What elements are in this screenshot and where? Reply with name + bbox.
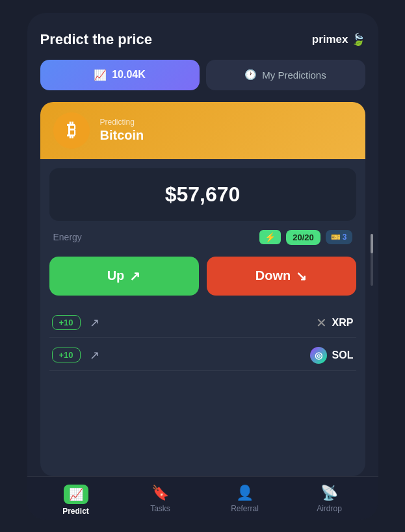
predict-nav-label: Predict [62,507,89,516]
xrp-coin-name: XRP [332,317,354,329]
nav-item-tasks[interactable]: 🔖 Tasks [118,485,203,513]
energy-row: Energy ⚡ 20/20 🎫 3 [40,221,365,254]
bottom-nav: 📈 Predict 🔖 Tasks 👤 Referral 📡 Airdrop [27,476,378,520]
list-section: +10 ↗ ✕ XRP +10 ↗ ◎ SOL [40,306,365,377]
up-button[interactable]: Up ↗ [49,257,199,296]
tasks-nav-icon: 🔖 [151,485,169,501]
airdrop-nav-icon: 📡 [320,485,338,501]
logo: primex 🍃 [312,32,365,47]
my-predictions-tab-button[interactable]: 🕐 My Predictions [206,60,365,90]
logo-text: primex [312,33,348,46]
down-label: Down [255,268,291,283]
predict-nav-icon: 📈 [64,485,88,504]
xrp-coin-icon: ✕ [316,315,327,331]
page-title: Predict the price [40,31,152,48]
score-value: 10.04K [112,69,146,81]
down-arrow-icon: ↘ [296,268,307,284]
nav-item-airdrop[interactable]: 📡 Airdrop [287,485,372,513]
sol-coin-name: SOL [332,349,354,361]
price-display: $57,670 [49,168,356,221]
up-label: Up [107,268,125,283]
btc-name: Bitcoin [100,128,144,143]
predicting-label: Predicting [100,118,144,127]
xrp-badge: +10 [52,315,81,330]
header: Predict the price primex 🍃 [40,31,365,48]
btc-banner: ₿ Predicting Bitcoin [40,102,365,159]
tab-buttons: 📈 10.04K 🕐 My Predictions [40,60,365,90]
referral-nav-label: Referral [231,504,259,513]
nav-item-referral[interactable]: 👤 Referral [203,485,287,513]
badge-value: 3 [343,233,347,242]
list-item: +10 ↗ ◎ SOL [49,340,356,371]
btc-info: Predicting Bitcoin [100,118,144,143]
airdrop-nav-label: Airdrop [317,504,342,513]
btc-symbol: ₿ [67,120,76,141]
history-icon: 🕐 [244,69,257,81]
my-predictions-label: My Predictions [262,70,326,81]
sol-trend-icon: ↗ [90,348,99,362]
energy-right: ⚡ 20/20 🎫 3 [259,230,352,245]
sol-coin-icon: ◎ [310,347,327,364]
logo-leaf-icon: 🍃 [351,32,365,47]
tasks-nav-label: Tasks [150,504,170,513]
score-icon: 📈 [94,69,107,81]
price-value: $57,670 [165,183,241,206]
btc-icon: ₿ [53,112,90,149]
list-item: +10 ↗ ✕ XRP [49,309,356,338]
energy-extra-badge: 🎫 3 [326,230,352,244]
energy-bolt-badge: ⚡ [259,230,281,244]
phone-container: Predict the price primex 🍃 📈 10.04K 🕐 My… [27,13,378,520]
direction-buttons: Up ↗ Down ↘ [40,254,365,306]
sol-badge: +10 [52,348,81,362]
bolt-icon: ⚡ [265,232,276,242]
nav-item-predict[interactable]: 📈 Predict [34,485,118,516]
up-arrow-icon: ↗ [129,268,140,284]
xrp-trend-icon: ↗ [90,316,99,330]
energy-label: Energy [53,232,82,242]
ticket-icon: 🎫 [331,233,341,242]
referral-nav-icon: 👤 [236,485,254,501]
score-tab-button[interactable]: 📈 10.04K [40,60,200,90]
energy-count-badge: 20/20 [286,230,320,245]
main-card: ₿ Predicting Bitcoin $57,670 Energy ⚡ 20… [40,102,365,476]
down-button[interactable]: Down ↘ [207,257,356,296]
